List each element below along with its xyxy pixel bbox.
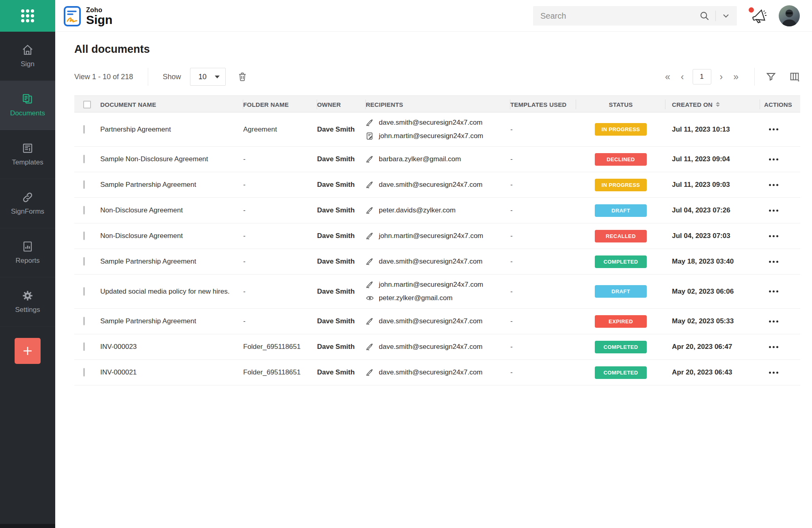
col-recipients: RECIPIENTS — [366, 96, 510, 113]
row-actions-button[interactable] — [769, 372, 778, 374]
pager-prev-button[interactable]: ‹ — [676, 71, 689, 82]
templates-used: - — [510, 288, 576, 296]
row-checkbox[interactable] — [83, 368, 85, 377]
status-badge: IN PROGRESS — [595, 123, 647, 136]
row-actions-button[interactable] — [769, 210, 778, 212]
table-row[interactable]: INV-000021 Folder_695118651 Dave Smith d… — [74, 360, 800, 385]
main-content: All documents View 1 - 10 of 218 Show 10… — [55, 32, 812, 528]
table-row[interactable]: Sample Non-Disclosure Agreement - Dave S… — [74, 147, 800, 172]
row-checkbox[interactable] — [83, 155, 85, 163]
document-name[interactable]: Sample Partnership Agreement — [100, 181, 243, 189]
status-cell: EXPIRED — [576, 315, 665, 328]
table-row[interactable]: Sample Partnership Agreement - Dave Smit… — [74, 309, 800, 334]
folder-name: - — [243, 155, 317, 163]
created-on: Jul 04, 2023 07:03 — [665, 232, 760, 240]
row-checkbox[interactable] — [83, 180, 85, 189]
table-row[interactable]: Non-Disclosure Agreement - Dave Smith pe… — [74, 198, 800, 223]
filter-button[interactable] — [765, 71, 777, 82]
document-name[interactable]: Sample Partnership Agreement — [100, 317, 243, 325]
row-actions-button[interactable] — [769, 290, 778, 292]
row-actions-button[interactable] — [769, 346, 778, 348]
recipients-list: barbara.zylker@gmail.com — [366, 155, 510, 163]
created-on: Jul 11, 2023 09:03 — [665, 181, 760, 189]
recipients-list: dave.smith@securesign24x7.com — [366, 343, 510, 351]
table-row[interactable]: INV-000023 Folder_695118651 Dave Smith d… — [74, 334, 800, 360]
page-size-select[interactable]: 10 — [190, 68, 226, 86]
sidebar-item-templates[interactable]: Templates — [0, 130, 55, 179]
select-all-checkbox[interactable] — [83, 101, 91, 108]
table-row[interactable]: Sample Partnership Agreement - Dave Smit… — [74, 249, 800, 275]
sidebar-item-documents[interactable]: Documents — [0, 81, 55, 130]
folder-name: - — [243, 232, 317, 240]
row-checkbox[interactable] — [83, 206, 85, 214]
table-row[interactable]: Updated social media policy for new hire… — [74, 275, 800, 309]
recipient: peter.zylker@gmail.com — [366, 294, 510, 302]
create-document-button[interactable] — [15, 338, 41, 364]
row-checkbox[interactable] — [83, 317, 85, 325]
table-body: Partnership Agreement Agreement Dave Smi… — [74, 113, 800, 385]
table-row[interactable]: Non-Disclosure Agreement - Dave Smith jo… — [74, 223, 800, 249]
document-name[interactable]: Updated social media policy for new hire… — [100, 288, 243, 296]
sidebar-item-label: Documents — [10, 109, 45, 117]
col-created-on[interactable]: CREATED ON — [665, 96, 760, 113]
document-name[interactable]: Sample Non-Disclosure Agreement — [100, 155, 243, 163]
search-button[interactable] — [699, 11, 710, 21]
row-actions-button[interactable] — [769, 158, 778, 160]
table-row[interactable]: Partnership Agreement Agreement Dave Smi… — [74, 113, 800, 147]
row-checkbox[interactable] — [83, 342, 85, 351]
document-name[interactable]: INV-000021 — [100, 368, 243, 377]
announcements-button[interactable] — [749, 8, 767, 25]
document-name[interactable]: INV-000023 — [100, 343, 243, 351]
owner-name: Dave Smith — [317, 288, 366, 296]
app-grid-button[interactable] — [0, 0, 55, 32]
row-actions-button[interactable] — [769, 184, 778, 186]
delete-button[interactable] — [237, 71, 248, 82]
row-checkbox[interactable] — [83, 257, 85, 266]
status-badge: RECALLED — [595, 230, 647, 242]
signer-pen-icon — [366, 119, 374, 127]
page-number-input[interactable]: 1 — [693, 69, 711, 84]
pager-first-button[interactable]: « — [660, 71, 676, 82]
status-badge: DRAFT — [595, 285, 647, 298]
row-actions-button[interactable] — [769, 320, 778, 322]
pager-next-button[interactable]: › — [715, 71, 728, 82]
folder-name: - — [243, 258, 317, 266]
row-checkbox[interactable] — [83, 125, 85, 134]
row-checkbox[interactable] — [83, 232, 85, 240]
recipient: dave.smith@securesign24x7.com — [366, 317, 510, 325]
document-name[interactable]: Partnership Agreement — [100, 126, 243, 134]
zoho-sign-logo-icon — [63, 6, 81, 27]
actions-cell — [760, 158, 800, 160]
search-input[interactable] — [533, 11, 699, 21]
row-checkbox-cell — [74, 369, 100, 376]
user-avatar[interactable] — [779, 5, 800, 26]
document-name[interactable]: Sample Partnership Agreement — [100, 258, 243, 266]
sidebar-item-sign[interactable]: Sign — [0, 32, 55, 81]
search-scope-dropdown[interactable] — [721, 11, 737, 20]
pager-last-button[interactable]: » — [728, 71, 744, 82]
row-actions-button[interactable] — [769, 128, 778, 130]
chevron-down-icon — [721, 11, 730, 20]
row-actions-button[interactable] — [769, 261, 778, 263]
zoho-sign-logo[interactable]: Zoho Sign — [63, 6, 112, 27]
status-cell: RECALLED — [576, 230, 665, 242]
sidebar-item-settings[interactable]: Settings — [0, 277, 55, 327]
owner-name: Dave Smith — [317, 258, 366, 266]
templates-icon — [22, 142, 34, 154]
document-name[interactable]: Non-Disclosure Agreement — [100, 206, 243, 214]
column-settings-button[interactable] — [789, 71, 800, 82]
owner-name: Dave Smith — [317, 343, 366, 351]
link-icon — [22, 191, 34, 203]
sidebar-item-signforms[interactable]: SignForms — [0, 179, 55, 228]
recipients-list: dave.smith@securesign24x7.com — [366, 317, 510, 325]
row-checkbox-cell — [74, 126, 100, 133]
row-actions-button[interactable] — [769, 235, 778, 237]
sidebar-item-reports[interactable]: Reports — [0, 228, 55, 277]
row-checkbox[interactable] — [83, 287, 85, 296]
actions-cell — [760, 235, 800, 237]
row-checkbox-cell — [74, 258, 100, 265]
document-name[interactable]: Non-Disclosure Agreement — [100, 232, 243, 240]
recipient-email: barbara.zylker@gmail.com — [379, 155, 461, 163]
table-row[interactable]: Sample Partnership Agreement - Dave Smit… — [74, 172, 800, 198]
status-badge: COMPLETED — [595, 255, 647, 268]
